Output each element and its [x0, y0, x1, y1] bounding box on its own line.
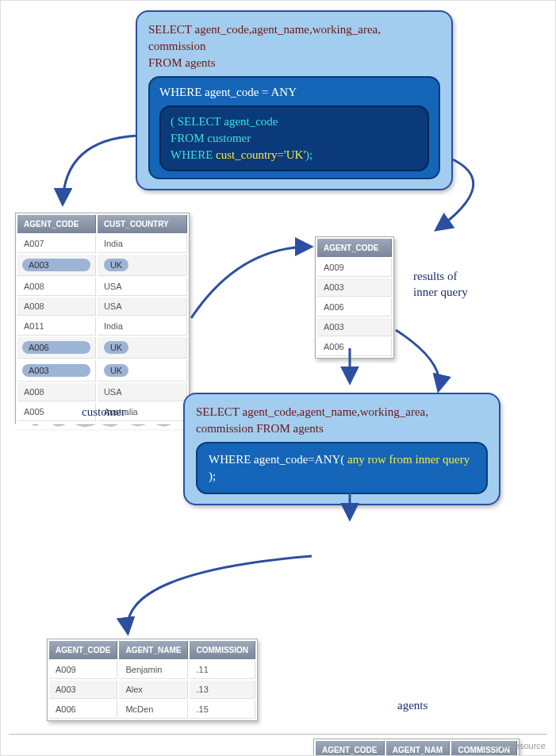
outer-query-box: SELECT agent_code,agent_name,working_are… — [136, 10, 453, 190]
subquery-box: ( SELECT agent_code FROM customer WHERE … — [159, 106, 429, 171]
where-clause-box: WHERE agent_code = ANY ( SELECT agent_co… — [148, 76, 440, 179]
kw-select: SELECT — [148, 23, 194, 36]
table-row: A003 — [317, 278, 392, 297]
agents-caption: agents — [397, 699, 428, 712]
table-row: A003Alex.13 — [49, 681, 255, 699]
col-agent-name: AGENT_NAM — [386, 741, 451, 756]
where-clause-box-2: WHERE agent_code=ANY( any row from inner… — [196, 442, 488, 494]
table-row: A009 — [317, 259, 392, 277]
table-row: A006 — [317, 298, 392, 317]
col-agent-name: AGENT_NAME — [119, 641, 188, 659]
table-row: A011India — [17, 317, 187, 336]
col-commission: COMMISSION — [190, 641, 255, 659]
table-row: A003UK — [17, 360, 187, 382]
resolved-query-box: SELECT agent_code,agent_name,working_are… — [183, 393, 500, 505]
sql-text: SELECT agent_code,agent_name,working_are… — [148, 21, 440, 71]
inner-result-table: AGENT_CODE A009A003A006A003A006 — [315, 236, 394, 359]
agents-table: AGENT_CODE AGENT_NAM COMMISSION A003Alex… — [313, 739, 520, 756]
col-agent-code: AGENT_CODE — [17, 215, 96, 233]
table-row: A007India — [17, 235, 187, 253]
table-row: A008USA — [17, 297, 187, 316]
footer-divider — [9, 734, 547, 735]
table-row: A008USA — [17, 278, 187, 296]
footer-credit: © w3resource — [492, 741, 546, 750]
where-any: WHERE agent_code = ANY — [159, 84, 429, 101]
col-agent-code: AGENT_CODE — [49, 641, 117, 659]
sql-text-2: SELECT agent_code,agent_name,working_are… — [196, 404, 488, 437]
final-result-table: AGENT_CODE AGENT_NAME COMMISSION A009Ben… — [47, 639, 258, 721]
table-row: A009Benjamin.11 — [49, 661, 255, 679]
col-cust-country: CUST_COUNTRY — [98, 215, 187, 233]
inner-result-caption: results of inner query — [413, 269, 468, 300]
table-row: A008USA — [17, 383, 187, 401]
col-agent-code: AGENT_CODE — [317, 239, 392, 257]
table-row: A006 — [317, 338, 392, 356]
table-row: A003 — [317, 318, 392, 336]
table-row: A006UK — [17, 337, 187, 359]
table-row: A006McDen.15 — [49, 700, 255, 719]
col-agent-code: AGENT_CODE — [316, 741, 385, 756]
customer-table: AGENT_CODE CUST_COUNTRY A007IndiaA003UKA… — [15, 213, 190, 425]
kw-from: FROM — [148, 56, 185, 69]
customer-caption: customer — [82, 405, 125, 419]
table-row: A003UK — [17, 255, 187, 276]
